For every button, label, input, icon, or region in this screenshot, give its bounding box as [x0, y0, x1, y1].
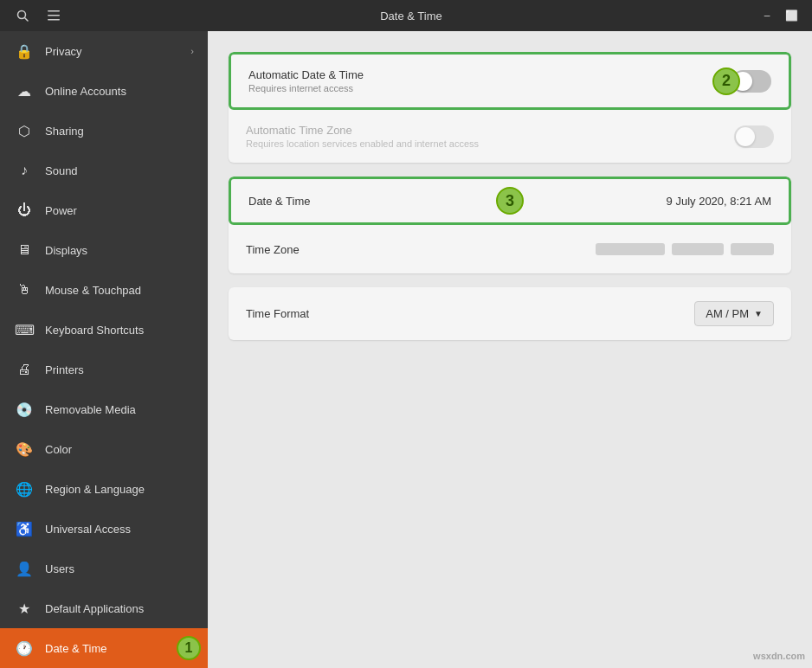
sidebar-item-sharing[interactable]: ⬡Sharing	[0, 111, 208, 151]
sidebar-item-sound[interactable]: ♪Sound	[0, 151, 208, 190]
sidebar-item-label-region-language: Region & Language	[45, 483, 194, 496]
sidebar-item-default-applications[interactable]: ★Default Applications	[0, 588, 208, 628]
sidebar-item-label-date-time: Date & Time	[45, 642, 194, 655]
region-language-icon: 🌐	[14, 481, 35, 498]
step-badge-1: 1	[177, 636, 201, 660]
time-format-value: AM / PM	[706, 307, 749, 320]
sidebar-item-label-privacy: Privacy	[45, 45, 190, 58]
sidebar-item-privacy[interactable]: 🔒Privacy›	[0, 31, 208, 71]
sidebar-item-label-power: Power	[45, 204, 194, 217]
menu-button[interactable]	[42, 3, 66, 28]
svg-rect-2	[48, 10, 60, 12]
online-accounts-icon: ☁	[14, 83, 35, 100]
sidebar-item-date-time[interactable]: 🕐Date & Time1	[0, 628, 208, 668]
sidebar-item-label-default-applications: Default Applications	[45, 602, 194, 615]
sidebar-item-label-mouse-touchpad: Mouse & Touchpad	[45, 284, 194, 297]
sidebar-item-color[interactable]: 🎨Color	[0, 429, 208, 469]
sidebar-item-universal-access[interactable]: ♿Universal Access	[0, 509, 208, 549]
time-format-dropdown[interactable]: AM / PM ▼	[694, 301, 774, 326]
printers-icon: 🖨	[14, 362, 35, 377]
timezone-skeleton-3	[731, 243, 774, 255]
sound-icon: ♪	[14, 163, 35, 178]
svg-rect-3	[48, 15, 60, 16]
sidebar-item-label-displays: Displays	[45, 244, 194, 257]
sidebar-item-label-removable-media: Removable Media	[45, 403, 194, 416]
auto-timezone-toggle	[734, 125, 774, 148]
timezone-skeleton-1	[596, 243, 665, 255]
sidebar-item-label-printers: Printers	[45, 363, 194, 376]
sidebar-item-displays[interactable]: 🖥Displays	[0, 230, 208, 270]
format-section-card: Time Format AM / PM ▼	[229, 287, 791, 340]
keyboard-shortcuts-icon: ⌨	[14, 322, 35, 338]
sidebar-item-online-accounts[interactable]: ☁Online Accounts	[0, 71, 208, 111]
datetime-section-card: Date & Time 3 9 July 2020, 8:21 AM Time …	[229, 177, 791, 273]
sidebar-item-label-sharing: Sharing	[45, 125, 194, 138]
timezone-label: Time Zone	[246, 243, 300, 256]
auto-timezone-subtitle: Requires location services enabled and i…	[246, 138, 734, 149]
date-time-label: Date & Time	[248, 195, 311, 208]
titlebar: Date & Time – ⬜	[0, 0, 812, 31]
svg-line-1	[25, 18, 29, 22]
auto-date-time-row: Automatic Date & Time Requires internet …	[229, 52, 791, 110]
sidebar-item-users[interactable]: 👤Users	[0, 549, 208, 588]
sidebar-item-removable-media[interactable]: 💿Removable Media	[0, 389, 208, 429]
sidebar-item-power[interactable]: ⏻Power	[0, 190, 208, 230]
sidebar: 🔒Privacy›☁Online Accounts⬡Sharing♪Sound⏻…	[0, 31, 208, 668]
sidebar-item-region-language[interactable]: 🌐Region & Language	[0, 469, 208, 509]
time-format-label: Time Format	[246, 307, 309, 320]
step-badge-2: 2	[712, 67, 740, 95]
auto-date-time-title: Automatic Date & Time	[248, 68, 731, 81]
step-badge-3: 3	[496, 187, 524, 215]
date-time-value: 9 July 2020, 8:21 AM	[667, 195, 771, 208]
timezone-row[interactable]: Time Zone	[229, 225, 791, 273]
auto-date-time-label: Automatic Date & Time Requires internet …	[248, 68, 731, 93]
main-container: 🔒Privacy›☁Online Accounts⬡Sharing♪Sound⏻…	[0, 31, 812, 668]
sidebar-item-mouse-touchpad[interactable]: 🖱Mouse & Touchpad	[0, 270, 208, 310]
content-area: Automatic Date & Time Requires internet …	[208, 31, 812, 668]
window-title: Date & Time	[66, 10, 757, 22]
sidebar-item-label-color: Color	[45, 443, 194, 456]
power-icon: ⏻	[14, 202, 35, 218]
timezone-skeleton-2	[672, 243, 724, 255]
search-button[interactable]	[10, 3, 35, 28]
chevron-icon-privacy: ›	[190, 46, 194, 56]
color-icon: 🎨	[14, 441, 35, 458]
date-time-row[interactable]: Date & Time 3 9 July 2020, 8:21 AM	[229, 177, 791, 225]
auto-timezone-row: Automatic Time Zone Requires location se…	[229, 110, 791, 163]
minimize-button[interactable]: –	[757, 5, 777, 26]
auto-section-card: Automatic Date & Time Requires internet …	[229, 52, 791, 163]
date-time-icon: 🕐	[14, 640, 35, 657]
mouse-touchpad-icon: 🖱	[14, 282, 35, 298]
auto-timezone-label: Automatic Time Zone Requires location se…	[246, 124, 734, 149]
sidebar-item-keyboard-shortcuts[interactable]: ⌨Keyboard Shortcuts	[0, 310, 208, 350]
auto-date-time-subtitle: Requires internet access	[248, 83, 731, 93]
sidebar-item-printers[interactable]: 🖨Printers	[0, 350, 208, 389]
universal-access-icon: ♿	[14, 521, 35, 537]
displays-icon: 🖥	[14, 242, 35, 258]
sidebar-item-label-online-accounts: Online Accounts	[45, 85, 194, 98]
sidebar-item-label-universal-access: Universal Access	[45, 523, 194, 536]
privacy-icon: 🔒	[14, 43, 35, 60]
sidebar-item-label-users: Users	[45, 562, 194, 575]
maximize-button[interactable]: ⬜	[781, 5, 802, 26]
default-applications-icon: ★	[14, 601, 35, 617]
auto-timezone-title: Automatic Time Zone	[246, 124, 734, 137]
users-icon: 👤	[14, 561, 35, 577]
sidebar-item-label-keyboard-shortcuts: Keyboard Shortcuts	[45, 324, 194, 337]
sidebar-item-label-sound: Sound	[45, 164, 194, 177]
time-format-row: Time Format AM / PM ▼	[229, 287, 791, 340]
sharing-icon: ⬡	[14, 123, 35, 139]
svg-rect-4	[48, 19, 60, 21]
dropdown-chevron-icon: ▼	[754, 309, 763, 318]
removable-media-icon: 💿	[14, 401, 35, 418]
